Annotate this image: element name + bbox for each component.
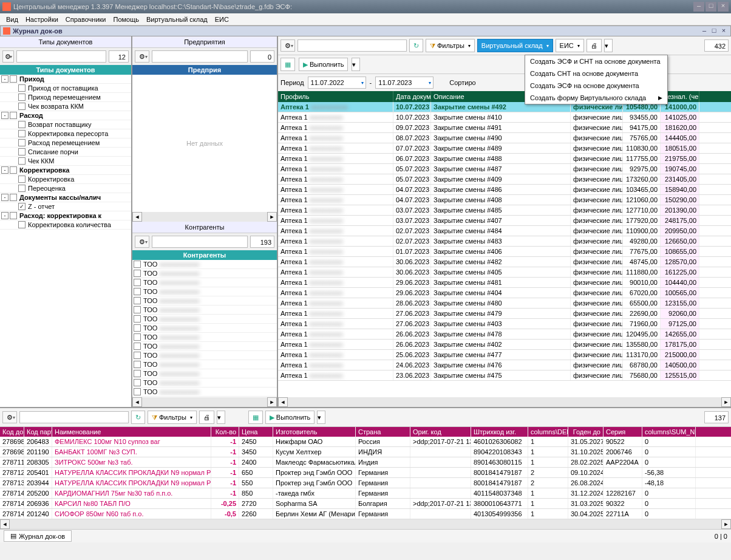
contractors-search[interactable]: [152, 236, 248, 248]
menu-help[interactable]: Помощь: [109, 15, 143, 24]
checkbox[interactable]: ✓: [18, 203, 25, 210]
table-row[interactable]: 278698201190БАНБАКТ 100МГ №3 СУП.-13450К…: [0, 447, 731, 457]
details-search[interactable]: [19, 411, 129, 423]
checkbox[interactable]: [10, 212, 17, 219]
col-header[interactable]: Штрихкод изг.: [471, 427, 528, 437]
tree-row[interactable]: Возврат поставщику: [0, 120, 131, 129]
scroll-right-icon[interactable]: ►: [721, 519, 731, 529]
docs-search[interactable]: [298, 39, 407, 52]
col-header[interactable]: Ориг. код: [410, 427, 471, 437]
tree-row[interactable]: Корректировка количества: [0, 220, 131, 230]
checkbox[interactable]: [134, 379, 141, 386]
menu-create-esf-snt[interactable]: Создать ЭСФ и СНТ на основе документа: [525, 55, 667, 67]
checkbox[interactable]: [18, 176, 25, 183]
scroll-left-icon[interactable]: ◄: [132, 212, 142, 222]
menu-view[interactable]: Вид: [2, 15, 22, 24]
menu-directories[interactable]: Справочники: [62, 15, 110, 24]
table-row[interactable]: 278711208305ЗИТРОКС 500мг №3 таб.-12400М…: [0, 457, 731, 468]
docs-gear[interactable]: ⚙: [280, 39, 295, 52]
print-dropdown[interactable]: ▾: [604, 39, 613, 52]
execute-dropdown[interactable]: ▾: [352, 58, 360, 71]
list-item[interactable]: ТОО xxxxxxxxxxxx: [132, 306, 277, 315]
menu-create-snt[interactable]: Создать СНТ на основе документа: [525, 67, 667, 80]
col-header[interactable]: columns\DEP: [528, 427, 568, 437]
expand-icon[interactable]: -: [1, 112, 8, 119]
tree-row[interactable]: Расход перемещением: [0, 138, 131, 148]
checkbox[interactable]: [134, 279, 141, 286]
table-row[interactable]: Аптека 1 xxxxxxxxxx25.06.2023Закрытие см…: [278, 350, 731, 360]
enterprises-search[interactable]: [152, 50, 248, 63]
tree-row[interactable]: -Расход: корректировка к: [0, 211, 131, 220]
table-row[interactable]: 278713203944НАТУРЕЛЛА КЛАССИК ПРОКЛАДКИ …: [0, 478, 731, 488]
col-date[interactable]: Дата докуме: [393, 91, 431, 102]
tree-row[interactable]: Чек ККМ: [0, 157, 131, 166]
refresh-button[interactable]: ↻: [409, 39, 423, 52]
table-row[interactable]: Аптека 1 xxxxxxxxxx23.06.2023Закрытие см…: [278, 370, 731, 381]
table-row[interactable]: Аптека 1 xxxxxxxxxx26.06.2023Закрытие см…: [278, 340, 731, 350]
doc-types-search[interactable]: [16, 50, 106, 63]
subwindow-close[interactable]: ×: [719, 27, 728, 35]
tree-row[interactable]: Корректировка пересорта: [0, 129, 131, 138]
tree-row[interactable]: -Расход: [0, 111, 131, 120]
minimize-button[interactable]: –: [693, 2, 704, 12]
scroll-right-icon[interactable]: ►: [721, 397, 731, 407]
col-header[interactable]: Код парт: [24, 427, 52, 437]
table-row[interactable]: Аптека 1 xxxxxxxxxx07.07.2023Закрытие см…: [278, 143, 731, 154]
table-row[interactable]: Аптека 1 xxxxxxxxxx08.07.2023Закрытие см…: [278, 133, 731, 143]
menu-create-esf[interactable]: Создать ЭСФ на основе документа: [525, 80, 667, 92]
checkbox[interactable]: [10, 166, 17, 174]
col-profile[interactable]: Профиль: [278, 91, 393, 102]
checkbox[interactable]: [18, 148, 25, 155]
print-button[interactable]: 🖨: [586, 39, 602, 52]
table-row[interactable]: Аптека 1 xxxxxxxxxx06.07.2023Закрытие см…: [278, 154, 731, 164]
contractors-list[interactable]: ТОО xxxxxxxxxxxxТОО xxxxxxxxxxxxТОО xxxx…: [132, 260, 277, 397]
table-row[interactable]: 278712205401НАТУРЕЛЛА КЛАССИК ПРОКЛАДКИ …: [0, 468, 731, 478]
table-row[interactable]: Аптека 1 xxxxxxxxxx26.06.2023Закрытие см…: [278, 329, 731, 340]
checkbox[interactable]: [134, 343, 141, 350]
details-execute-drop[interactable]: ▾: [317, 411, 325, 424]
menu-create-vw-form[interactable]: Создать форму Виртуального склада▶: [525, 92, 667, 104]
table-row[interactable]: Аптека 1 xxxxxxxxxx24.06.2023Закрытие см…: [278, 360, 731, 370]
checkbox[interactable]: [18, 221, 25, 228]
eic-button[interactable]: ЕИС: [556, 39, 584, 52]
date-to-input[interactable]: 11.07.2023: [375, 77, 433, 89]
table-row[interactable]: 278714201240СИОФОР 850мг N60 таб п.о.-0,…: [0, 509, 731, 519]
checkbox[interactable]: [134, 370, 141, 377]
col-header[interactable]: Код док: [0, 427, 24, 437]
checkbox[interactable]: [10, 112, 17, 119]
checkbox[interactable]: [134, 361, 141, 368]
checkbox[interactable]: [134, 270, 141, 277]
menu-virtual-warehouse[interactable]: Виртуальный склад: [143, 15, 211, 24]
table-row[interactable]: Аптека 1 xxxxxxxxxx05.07.2023Закрытие см…: [278, 164, 731, 174]
details-execute[interactable]: ▶Выполнить: [265, 411, 314, 424]
list-item[interactable]: ТОО xxxxxxxxxxxx: [132, 378, 277, 388]
doc-types-gear[interactable]: ⚙: [2, 50, 14, 63]
checkbox[interactable]: [134, 315, 141, 323]
table-row[interactable]: 278714206936КАРСИЛ №80 ТАБЛ П/О-0,252720…: [0, 499, 731, 509]
contractors-hscroll[interactable]: ◄ ►: [132, 397, 277, 407]
scroll-right-icon[interactable]: ►: [267, 397, 277, 407]
list-item[interactable]: ТОО xxxxxxxxxxxx: [132, 342, 277, 351]
status-tab[interactable]: ▤ Журнал док-ов: [4, 530, 72, 542]
details-grid[interactable]: 278698206483ФЕМИЛЕКС 100мг N10 суппоз ва…: [0, 437, 731, 519]
list-item[interactable]: ТОО xxxxxxxxxxxx: [132, 324, 277, 333]
details-print[interactable]: 🖨: [199, 411, 214, 424]
tree-row[interactable]: Чек возврата ККМ: [0, 102, 131, 111]
list-item[interactable]: ТОО xxxxxxxxxxxx: [132, 278, 277, 287]
col-header[interactable]: Цена: [239, 427, 273, 437]
table-row[interactable]: Аптека 1 xxxxxxxxxx30.06.2023Закрытие см…: [278, 267, 731, 278]
list-item[interactable]: ТОО xxxxxxxxxxxx: [132, 333, 277, 342]
export-excel-button[interactable]: ▦: [280, 58, 295, 71]
checkbox[interactable]: [134, 261, 141, 268]
table-row[interactable]: Аптека 1 xxxxxxxxxx30.06.2023Закрытие см…: [278, 257, 731, 267]
col-header[interactable]: Годен до: [568, 427, 604, 437]
expand-icon[interactable]: -: [1, 75, 8, 83]
scroll-left-icon[interactable]: ◄: [0, 519, 10, 529]
col-header[interactable]: columns\SUM_NDS: [642, 427, 696, 437]
contractors-gear[interactable]: ⚙: [135, 236, 149, 248]
checkbox[interactable]: [18, 103, 25, 110]
table-row[interactable]: 278698206483ФЕМИЛЕКС 100мг N10 суппоз ва…: [0, 437, 731, 447]
virtual-warehouse-button[interactable]: Виртуальный склад: [477, 39, 553, 52]
tree-row[interactable]: Списание порчи: [0, 148, 131, 157]
checkbox[interactable]: [10, 194, 17, 201]
